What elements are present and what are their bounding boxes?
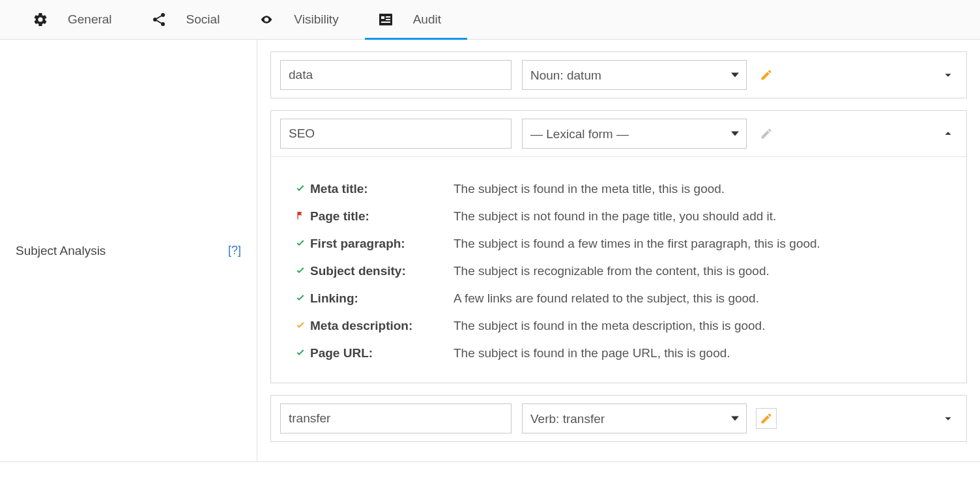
eye-icon (259, 12, 274, 27)
chevron-up-icon[interactable] (939, 124, 957, 143)
analysis-desc: The subject is recognizable from the con… (454, 264, 770, 278)
analysis-item: Meta description:The subject is found in… (293, 312, 947, 340)
tab-bar: General Social Visibility Audit (0, 0, 980, 40)
svg-point-1 (161, 13, 165, 17)
svg-rect-6 (386, 16, 390, 18)
analysis-desc: The subject is not found in the page tit… (454, 209, 776, 224)
analysis-label: Meta title: (310, 182, 454, 196)
share-icon (151, 12, 167, 27)
status-icon (293, 347, 308, 358)
edit-button[interactable] (756, 408, 777, 429)
status-icon (293, 211, 308, 221)
chevron-down-icon[interactable] (939, 409, 957, 428)
analysis-label: Page URL: (310, 346, 454, 360)
svg-rect-7 (386, 19, 390, 20)
analysis-item: Meta title:The subject is found in the m… (293, 175, 947, 203)
svg-rect-8 (381, 22, 390, 23)
analysis-label: Meta description: (310, 319, 454, 333)
subject-accordion: — Lexical form — Meta title:The subject … (270, 110, 967, 383)
analysis-desc: The subject is found in the page URL, th… (454, 346, 730, 360)
status-icon (293, 183, 308, 194)
analysis-label: First paragraph: (310, 237, 454, 251)
status-icon (293, 293, 308, 303)
audit-icon (378, 12, 394, 27)
main-panel: Noun: datum — Lexical form — (257, 40, 980, 461)
analysis-item: First paragraph:The subject is found a f… (293, 230, 947, 257)
lexical-select[interactable]: Verb: transfer (522, 403, 747, 433)
tab-general[interactable]: General (20, 0, 138, 39)
subject-keyword-input[interactable] (280, 403, 512, 433)
help-link[interactable]: [?] (228, 244, 241, 257)
chevron-down-icon[interactable] (939, 66, 957, 84)
analysis-desc: The subject is found a few times in the … (454, 237, 820, 251)
gear-icon (33, 12, 48, 27)
tab-general-label: General (68, 12, 112, 27)
status-icon (293, 265, 308, 276)
sidebar-title: Subject Analysis (16, 244, 106, 258)
tab-audit-label: Audit (413, 12, 441, 27)
tab-visibility[interactable]: Visibility (246, 0, 364, 39)
status-icon (293, 238, 308, 248)
analysis-item: Page title:The subject is not found in t… (293, 203, 947, 230)
analysis-item: Page URL:The subject is found in the pag… (293, 340, 947, 367)
svg-point-2 (161, 22, 165, 26)
analysis-label: Page title: (310, 209, 454, 224)
tab-audit[interactable]: Audit (365, 0, 467, 39)
svg-rect-5 (381, 16, 384, 19)
analysis-label: Linking: (310, 291, 454, 306)
svg-point-3 (266, 18, 268, 20)
lexical-select[interactable]: Noun: datum (522, 60, 747, 90)
tab-social[interactable]: Social (138, 0, 246, 39)
sidebar: Subject Analysis [?] (0, 40, 257, 461)
edit-button[interactable] (756, 65, 777, 85)
subject-keyword-input[interactable] (280, 60, 512, 90)
tab-visibility-label: Visibility (294, 12, 338, 27)
analysis-desc: The subject is found in the meta descrip… (454, 319, 765, 333)
analysis-item: Linking:A few links are found related to… (293, 285, 947, 312)
tab-social-label: Social (186, 12, 220, 27)
analysis-desc: The subject is found in the meta title, … (454, 182, 725, 196)
analysis-item: Subject density:The subject is recogniza… (293, 257, 947, 285)
edit-button-disabled (756, 123, 777, 144)
lexical-select[interactable]: — Lexical form — (522, 119, 747, 149)
subject-row: — Lexical form — (271, 111, 966, 157)
subject-keyword-input[interactable] (280, 119, 512, 149)
analysis-desc: A few links are found related to the sub… (454, 291, 759, 306)
analysis-list: Meta title:The subject is found in the m… (271, 157, 966, 383)
status-icon (293, 320, 308, 330)
analysis-label: Subject density: (310, 264, 454, 278)
subject-row: Verb: transfer (270, 395, 967, 442)
svg-point-0 (153, 18, 157, 22)
subject-row: Noun: datum (270, 51, 967, 98)
